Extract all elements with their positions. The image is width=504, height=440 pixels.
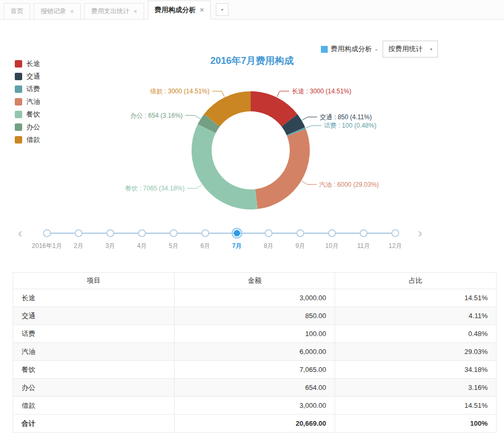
table-cell: 话费 (13, 325, 175, 343)
timeline-dot-2月[interactable] (75, 230, 82, 237)
tab-label: 首页 (11, 7, 23, 16)
pie-label: 汽油 : 6000 (29.03%) (319, 181, 379, 188)
pie-segment-汽油[interactable] (255, 129, 310, 209)
table-cell: 654.00 (175, 379, 335, 397)
table-row: 借款3,000.0014.51% (13, 397, 497, 415)
tab-close-icon[interactable]: × (134, 8, 137, 15)
timeline-label-4月[interactable]: 4月 (137, 242, 147, 250)
timeline-label-2月[interactable]: 2月 (74, 242, 84, 250)
table-cell: 7,065.00 (175, 361, 335, 379)
legend-separator: - (375, 45, 377, 53)
legend-item-汽油[interactable]: 汽油 (15, 95, 40, 108)
timeline-label-7月[interactable]: 7月 (232, 242, 242, 250)
timeline-label-6月[interactable]: 6月 (201, 242, 211, 250)
legend-item-办公[interactable]: 办公 (15, 121, 40, 133)
legend-item-借款[interactable]: 借款 (15, 133, 40, 146)
timeline-dot-12月[interactable] (392, 230, 399, 237)
expense-table: 项目金额占比 长途3,000.0014.51%交通850.004.11%话费10… (13, 272, 497, 433)
pie-segment-借款[interactable] (204, 91, 251, 127)
pie-label-line (277, 91, 289, 97)
table-total-cell: 100% (335, 415, 497, 433)
table-cell: 34.18% (335, 361, 497, 379)
pie-segment-交通[interactable] (282, 114, 306, 135)
legend-swatch (15, 123, 22, 131)
tab-首页[interactable]: 首页 (4, 3, 30, 19)
legend-swatch (15, 85, 22, 93)
timeline-dot-2016年1月[interactable] (44, 230, 51, 237)
legend-swatch (15, 136, 22, 144)
timeline-label-10月[interactable]: 10月 (325, 242, 338, 250)
pie-label: 办公 : 654 (3.16%) (130, 112, 183, 119)
table-row: 交通850.004.11% (13, 307, 497, 325)
tab-list-dropdown-button[interactable]: ▾ (216, 3, 229, 16)
column-header-占比: 占比 (335, 273, 497, 289)
series-legend-label: 费用构成分析 (331, 44, 372, 54)
timeline-dot-6月[interactable] (202, 230, 209, 237)
table-cell: 借款 (13, 397, 175, 415)
table-cell: 4.11% (335, 307, 497, 325)
legend-swatch (15, 98, 22, 106)
legend-item-长途[interactable]: 长途 (15, 58, 40, 70)
table-cell: 3,000.00 (175, 289, 335, 307)
tab-close-icon[interactable]: × (200, 6, 204, 14)
pie-segment-餐饮[interactable] (192, 124, 258, 209)
column-header-金额: 金额 (175, 273, 335, 289)
legend-label: 话费 (26, 84, 40, 94)
pie-segment-办公[interactable] (198, 114, 220, 133)
timeline-label-3月[interactable]: 3月 (106, 242, 116, 250)
legend-item-交通[interactable]: 交通 (15, 70, 40, 83)
tab-费用支出统计[interactable]: 费用支出统计× (84, 3, 144, 19)
tab-费用构成分析[interactable]: 费用构成分析× (148, 1, 211, 20)
table-row: 汽油6,000.0029.03% (13, 343, 497, 361)
legend-item-话费[interactable]: 话费 (15, 83, 40, 95)
timeline-dot-11月[interactable] (360, 230, 367, 237)
table-total-row: 合计20,669.00100% (13, 415, 497, 433)
table-row: 长途3,000.0014.51% (13, 289, 497, 307)
timeline-dot-7月[interactable] (234, 230, 240, 236)
pie-segment-长途[interactable] (251, 91, 298, 127)
timeline: 2016年1月2月3月4月5月6月7月8月9月10月11月12月 (0, 218, 504, 252)
timeline-dot-3月[interactable] (107, 230, 114, 237)
timeline-dot-5月[interactable] (170, 230, 177, 237)
table-cell: 14.51% (335, 397, 497, 415)
pie-label: 交通 : 850 (4.11%) (320, 113, 372, 121)
legend-item-餐饮[interactable]: 餐饮 (15, 108, 40, 121)
tab-label: 费用支出统计 (91, 7, 129, 16)
timeline-label-9月[interactable]: 9月 (296, 242, 306, 250)
chart-legend: 长途交通话费汽油餐饮办公借款 (15, 58, 40, 146)
chart-title: 2016年7月费用构成 (0, 54, 504, 67)
series-legend-toggle[interactable]: 费用构成分析 (321, 44, 372, 54)
pie-label-line (302, 117, 317, 120)
tab-close-icon[interactable]: × (70, 8, 74, 15)
timeline-label-12月[interactable]: 12月 (388, 242, 402, 250)
legend-label: 借款 (26, 135, 40, 145)
timeline-label-2016年1月[interactable]: 2016年1月 (32, 242, 62, 250)
table-cell: 29.03% (335, 343, 497, 361)
legend-label: 餐饮 (26, 110, 40, 119)
table-row: 办公654.003.16% (13, 379, 497, 397)
timeline-label-8月[interactable]: 8月 (264, 242, 274, 250)
timeline-dot-9月[interactable] (297, 230, 304, 237)
pie-segment-话费[interactable] (287, 127, 306, 136)
timeline-dot-10月[interactable] (329, 230, 336, 237)
timeline-label-11月[interactable]: 11月 (357, 242, 370, 250)
legend-swatch (15, 111, 22, 118)
pie-label-line (187, 185, 202, 188)
table-body: 长途3,000.0014.51%交通850.004.11%话费100.000.4… (13, 289, 497, 433)
tab-bar: 首页报销记录×费用支出统计×费用构成分析×▾ (0, 0, 504, 20)
tab-报销记录[interactable]: 报销记录× (34, 3, 81, 19)
pie-label: 长途 : 3000 (14.51%) (292, 88, 351, 95)
main-content: 长途 : 3000 (14.51%)交通 : 850 (4.11%)话费 : 1… (0, 20, 504, 440)
timeline-label-5月[interactable]: 5月 (169, 242, 179, 250)
table-cell: 3.16% (335, 379, 497, 397)
pie-label-line (306, 126, 321, 128)
pie-label: 借款 : 3000 (14.51%) (150, 88, 210, 95)
timeline-dot-8月[interactable] (265, 230, 272, 237)
table-cell: 餐饮 (13, 361, 175, 379)
table-header: 项目金额占比 (13, 273, 497, 289)
timeline-dot-4月[interactable] (139, 230, 146, 237)
table-cell: 100.00 (175, 325, 335, 343)
legend-swatch (15, 60, 22, 68)
table-total-cell: 20,669.00 (175, 415, 335, 433)
chevron-down-icon: ▾ (430, 47, 432, 52)
